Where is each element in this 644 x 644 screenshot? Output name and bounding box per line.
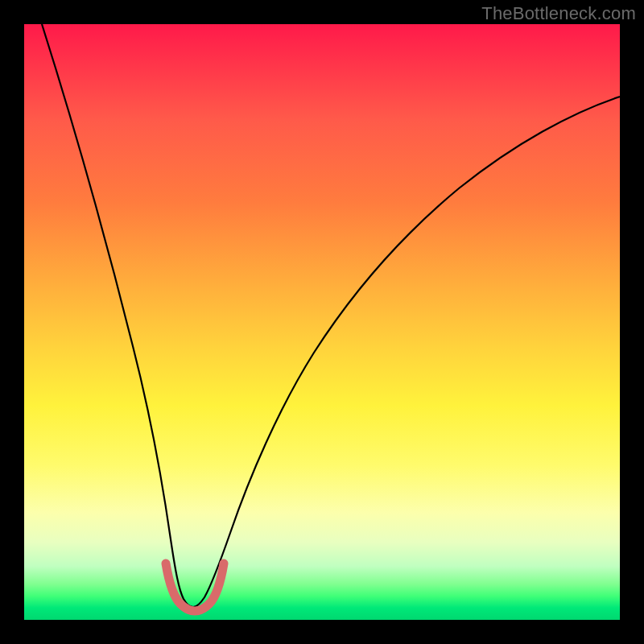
- chart-frame: TheBottleneck.com: [0, 0, 644, 644]
- chart-svg: [24, 24, 620, 620]
- optimal-zone-curve: [166, 564, 224, 611]
- watermark-text: TheBottleneck.com: [481, 3, 636, 24]
- bottleneck-curve: [42, 24, 620, 607]
